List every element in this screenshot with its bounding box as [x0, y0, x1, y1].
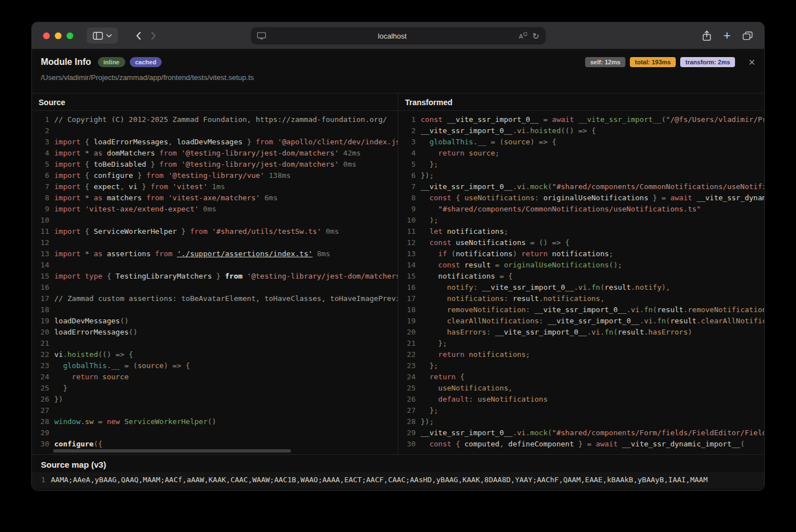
- transformed-code: 1const __vite_ssr_import_0__ = await __v…: [398, 111, 764, 454]
- line-number: 4: [32, 148, 49, 159]
- transform-time-badge: transform: 2ms: [680, 57, 735, 67]
- code-line: 11import { ServiceWorkerHelper } from '#…: [32, 226, 398, 237]
- new-tab-button[interactable]: +: [723, 30, 731, 42]
- code-line: 25 useNotifications,: [398, 383, 764, 394]
- zoom-window-button[interactable]: [67, 32, 73, 39]
- forward-button[interactable]: [146, 27, 162, 44]
- line-number: 26: [398, 394, 416, 405]
- code-line: 29__vite_ssr_import_0__.vi.mock("#shared…: [398, 427, 764, 439]
- code-line: 27 };: [398, 405, 764, 416]
- line-number: 6: [398, 170, 416, 181]
- page-content: Module Info inline cached self: 12ms tot…: [32, 49, 764, 490]
- code-line: 24 return {: [398, 371, 764, 383]
- code-line: 8import * as matchers from 'vitest-axe/m…: [32, 192, 398, 204]
- line-number: 8: [32, 192, 49, 204]
- code-line: 22vi.hoisted(() => {: [32, 349, 398, 360]
- line-number: 30: [32, 439, 49, 450]
- source-panel: Source 1// Copyright (C) 2012-2025 Zamma…: [32, 93, 398, 454]
- line-number: 24: [398, 371, 416, 383]
- code-line: 25 }: [32, 383, 398, 394]
- line-number: 16: [398, 282, 416, 293]
- code-line: 16: [32, 282, 398, 293]
- code-line: 12: [32, 237, 398, 248]
- line-number: 11: [398, 226, 416, 237]
- code-line: 5import { toBeDisabled } from '@testing-…: [32, 159, 398, 170]
- line-number: 10: [398, 215, 416, 226]
- code-line: 6import { configure } from '@testing-lib…: [32, 170, 398, 181]
- line-number: 9: [32, 204, 49, 215]
- cached-badge: cached: [130, 57, 162, 67]
- code-line: 15 notifications = {: [398, 271, 764, 282]
- source-panel-title: Source: [32, 93, 398, 111]
- minimize-window-button[interactable]: [55, 32, 62, 39]
- line-number: 29: [398, 427, 416, 439]
- horizontal-scrollbar[interactable]: [53, 449, 291, 453]
- line-number: 12: [398, 237, 416, 248]
- source-code: 1// Copyright (C) 2012-2025 Zammad Found…: [32, 111, 398, 454]
- code-line: 10: [32, 215, 398, 226]
- tab-overview-button[interactable]: [742, 31, 753, 40]
- code-line: 22 return notifications;: [398, 349, 764, 360]
- chevron-right-icon: [151, 31, 157, 40]
- line-number: 26: [32, 394, 49, 405]
- line-number: 18: [32, 304, 49, 316]
- self-time-badge: self: 12ms: [585, 57, 625, 67]
- line-number: 22: [32, 349, 49, 360]
- code-line: 2: [32, 125, 398, 136]
- line-number: 15: [32, 271, 49, 282]
- page-title: Module Info: [41, 57, 91, 67]
- code-line: 24 return source: [32, 371, 398, 383]
- browser-window: localhost A ↻ + Module Info inline: [32, 22, 764, 490]
- file-link[interactable]: './support/assertions/index.ts': [177, 249, 313, 258]
- code-line: 14 const result = originalUseNotificatio…: [398, 260, 764, 271]
- line-number: 18: [398, 304, 416, 316]
- back-button[interactable]: [130, 27, 146, 44]
- share-button[interactable]: [702, 30, 712, 41]
- code-line: 13 if (notifications) return notificatio…: [398, 248, 764, 260]
- website-settings-icon[interactable]: [257, 32, 266, 39]
- address-bar[interactable]: localhost A ↻: [251, 27, 545, 44]
- line-number: 27: [32, 405, 49, 416]
- line-number: 30: [398, 439, 416, 450]
- code-line: 28window.sw = new ServiceWorkerHelper(): [32, 416, 398, 427]
- line-number: 10: [32, 215, 49, 226]
- code-line: 1const __vite_ssr_import_0__ = await __v…: [398, 114, 764, 125]
- line-number: 20: [32, 327, 49, 338]
- code-line: 26}): [32, 394, 398, 405]
- line-number: 25: [32, 383, 49, 394]
- line-number: 1: [37, 475, 45, 484]
- sourcemap-title: Source map (v3): [32, 455, 764, 472]
- line-number: 7: [398, 181, 416, 192]
- code-line: 21 };: [398, 338, 764, 349]
- transformed-panel: Transformed 1const __vite_ssr_import_0__…: [398, 93, 764, 454]
- line-number: 21: [398, 338, 416, 349]
- line-number: 21: [32, 338, 49, 349]
- code-line: 13import * as assertions from './support…: [32, 248, 398, 260]
- code-line: 18 removeNotification: __vite_ssr_import…: [398, 304, 764, 316]
- code-line: 19loadDevMessages(): [32, 316, 398, 327]
- line-number: 16: [32, 282, 49, 293]
- line-number: 15: [398, 271, 416, 282]
- code-line: 10 );: [398, 215, 764, 226]
- line-number: 5: [398, 159, 416, 170]
- code-line: 17 notifications: result.notifications,: [398, 293, 764, 304]
- line-number: 23: [32, 360, 49, 371]
- line-number: 13: [398, 248, 416, 260]
- close-window-button[interactable]: [43, 32, 50, 39]
- line-number: 24: [32, 371, 49, 383]
- translate-icon[interactable]: A: [519, 32, 527, 39]
- close-button[interactable]: ×: [748, 57, 755, 68]
- code-line: 7import { expect, vi } from 'vitest' 1ms: [32, 181, 398, 192]
- sidebar-toggle-button[interactable]: [87, 27, 118, 44]
- code-line: 20 hasErrors: __vite_ssr_import_0__.vi.f…: [398, 327, 764, 338]
- line-number: 9: [398, 204, 416, 215]
- line-number: 20: [398, 327, 416, 338]
- chevron-down-icon: [106, 34, 112, 37]
- code-line: 26 default: useNotifications: [398, 394, 764, 405]
- line-number: 3: [32, 136, 49, 148]
- reload-button[interactable]: ↻: [532, 31, 539, 40]
- code-line: 20loadErrorMessages(): [32, 327, 398, 338]
- code-line: 23 globalThis.__ = (source) => {: [32, 360, 398, 371]
- code-line: 3 globalThis.__ = (source) => {: [398, 136, 764, 148]
- code-line: 27: [32, 405, 398, 416]
